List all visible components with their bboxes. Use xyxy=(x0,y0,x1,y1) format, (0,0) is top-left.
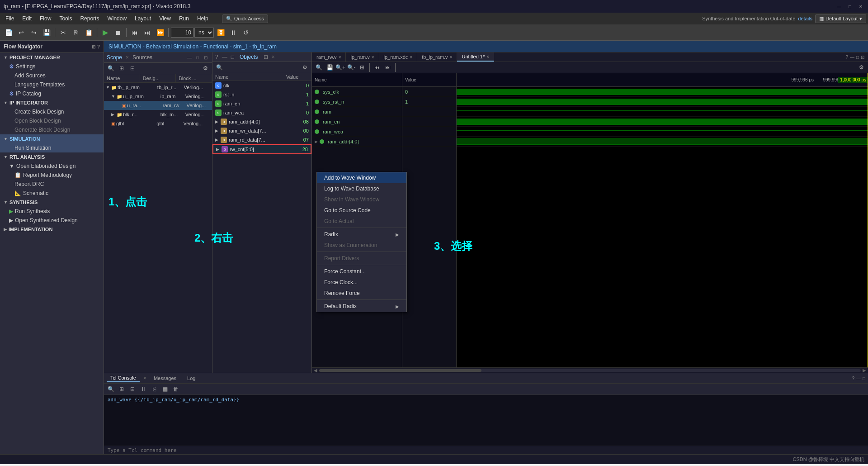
ctx-add-to-wave[interactable]: Add to Wave Window xyxy=(317,172,406,183)
scope-settings-btn[interactable]: ⚙ xyxy=(200,64,210,73)
tcl-pause-btn[interactable]: ⏸ xyxy=(138,385,148,394)
tab-xdc-close[interactable]: × xyxy=(410,55,412,60)
obj-ram-en[interactable]: s ram_en 1 xyxy=(212,99,311,108)
scope-row-tb-ip-ram[interactable]: ▼ 📁 tb_ip_ram tb_ip_r... Verilog... xyxy=(104,83,212,92)
menu-help[interactable]: Help xyxy=(193,14,212,23)
wave-name-ramen[interactable]: ram_en xyxy=(312,117,402,127)
tcl-max[interactable]: □ xyxy=(863,376,865,381)
wave-fit-btn[interactable]: ⊞ xyxy=(357,63,367,72)
wave-panel-min[interactable]: — xyxy=(850,55,854,60)
tcl-tab[interactable]: Tcl Console xyxy=(107,374,140,382)
nav-report-methodology[interactable]: 📋 Report Methodology xyxy=(0,171,104,180)
scope-row-u-ra[interactable]: ▣ u_ra... ram_rw Verilog... xyxy=(104,101,212,110)
hscroll-right[interactable]: ▶ xyxy=(863,368,866,373)
menu-run[interactable]: Run xyxy=(175,14,193,23)
scope-float-btn[interactable]: ⊡ xyxy=(202,54,209,61)
cut-btn[interactable]: ✂ xyxy=(57,27,69,38)
tcl-help[interactable]: ? xyxy=(852,376,854,381)
obj-ram-rd-data[interactable]: ▶ b ram_rd_data[7... 07 xyxy=(212,135,311,144)
nav-language-templates[interactable]: Language Templates xyxy=(0,80,104,89)
pause-btn[interactable]: ⏸ xyxy=(227,27,239,38)
ctx-go-source[interactable]: Go to Source Code xyxy=(317,205,406,216)
menu-window[interactable]: Window xyxy=(104,14,130,23)
tab-tb-close[interactable]: × xyxy=(450,55,453,60)
menu-edit[interactable]: Edit xyxy=(19,14,35,23)
scope-minimize-btn[interactable]: — xyxy=(186,54,193,61)
obj-settings-btn[interactable]: ⚙ xyxy=(300,63,310,72)
nav-open-block[interactable]: Open Block Design xyxy=(0,116,104,125)
undo-btn[interactable]: ↩ xyxy=(15,27,27,38)
wave-search-btn[interactable]: 🔍 xyxy=(314,63,324,72)
menu-flow[interactable]: Flow xyxy=(36,14,55,23)
wave-name-ram[interactable]: ram xyxy=(312,107,402,117)
simulation-header[interactable]: ▼ SIMULATION xyxy=(0,134,104,143)
wave-panel-help[interactable]: ? xyxy=(845,55,848,60)
ctx-force-const[interactable]: Force Constant... xyxy=(317,266,406,277)
nav-open-synth[interactable]: ▶ Open Synthesized Design xyxy=(0,216,104,225)
tab-xdc[interactable]: ip_ram.xdc × xyxy=(379,52,418,62)
nav-gen-block[interactable]: Generate Block Design xyxy=(0,125,104,134)
messages-tab[interactable]: Messages xyxy=(150,375,180,382)
ctx-force-clock[interactable]: Force Clock... xyxy=(317,277,406,288)
menu-tools[interactable]: Tools xyxy=(56,14,75,23)
wave-name-ramaddr[interactable]: ▶ ram_addr[4:0] xyxy=(312,137,402,147)
wave-save-btn[interactable]: 💾 xyxy=(325,63,335,72)
redo-btn[interactable]: ↪ xyxy=(28,27,40,38)
run-for-btn[interactable]: ⏬ xyxy=(215,27,226,38)
ctx-default-radix[interactable]: Default Radix ▶ xyxy=(317,301,406,312)
quick-access-bar[interactable]: 🔍 Quick Access xyxy=(222,14,268,23)
nav-create-block[interactable]: Create Block Design xyxy=(0,107,104,116)
obj-ram-addr[interactable]: ▶ b ram_addr[4:0] 08 xyxy=(212,117,311,126)
obj-ram-wea[interactable]: s ram_wea 0 xyxy=(212,108,311,117)
wave-hscroll[interactable]: ◀ ▶ xyxy=(312,367,868,373)
tab-tb[interactable]: tb_ip_ram.v × xyxy=(417,52,457,62)
copy-btn[interactable]: ⎘ xyxy=(70,27,82,38)
nav-settings[interactable]: ⚙ Settings xyxy=(0,62,104,71)
ip-integrator-header[interactable]: ▼ IP INTEGRATOR xyxy=(0,98,104,107)
wave-settings-btn[interactable]: ⚙ xyxy=(856,63,866,72)
scope-collapse-btn[interactable]: ⊟ xyxy=(127,64,137,73)
project-manager-header[interactable]: ▼ PROJECT MANAGER xyxy=(0,53,104,62)
run-btn[interactable]: ▶ xyxy=(99,27,111,38)
nav-run-synthesis[interactable]: ▶ Run Synthesis xyxy=(0,207,104,216)
tcl-clear-btn[interactable]: 🗑 xyxy=(171,385,181,394)
ctx-log-to-wave[interactable]: Log to Wave Database xyxy=(317,183,406,194)
minimize-btn[interactable]: — xyxy=(835,3,843,10)
reset-btn[interactable]: ↺ xyxy=(240,27,252,38)
log-tab[interactable]: Log xyxy=(184,375,199,382)
menu-layout[interactable]: Layout xyxy=(131,14,155,23)
step-btn[interactable]: ⏭ xyxy=(142,27,153,38)
details-link[interactable]: details xyxy=(798,16,812,21)
tab-ip-ram-close[interactable]: × xyxy=(372,55,374,60)
tcl-collapse-btn[interactable]: ⊟ xyxy=(127,385,137,394)
obj-rst-n[interactable]: s rst_n 1 xyxy=(212,90,311,99)
hscroll-track[interactable] xyxy=(319,369,861,372)
tcl-copy-btn[interactable]: ⎘ xyxy=(149,385,159,394)
wave-zoom-in-btn[interactable]: 🔍+ xyxy=(335,63,345,72)
tab-untitled[interactable]: Untitled 1* × xyxy=(457,52,494,62)
obj-help[interactable]: ? xyxy=(215,54,218,60)
tab-ip-ram[interactable]: ip_ram.v × xyxy=(346,52,379,62)
maximize-btn[interactable]: □ xyxy=(846,3,854,10)
obj-ram-wr-data[interactable]: ▶ b ram_wr_data[7... 00 xyxy=(212,126,311,135)
wave-prev-edge-btn[interactable]: ⏮ xyxy=(372,63,382,72)
tcl-grid-btn[interactable]: ▦ xyxy=(160,385,170,394)
tab-ram-rw-close[interactable]: × xyxy=(339,55,341,60)
tab-ram-rw[interactable]: ram_rw.v × xyxy=(312,52,346,62)
scope-tab[interactable]: Scope xyxy=(107,54,122,61)
nav-report-drc[interactable]: Report DRC xyxy=(0,180,104,189)
new-btn[interactable]: 📄 xyxy=(3,27,14,38)
hscroll-left[interactable]: ◀ xyxy=(314,368,317,373)
wave-zoom-out-btn[interactable]: 🔍- xyxy=(346,63,356,72)
menu-view[interactable]: View xyxy=(156,14,175,23)
scope-row-blk[interactable]: ▶ 📁 blk_r... blk_m... Verilog... xyxy=(104,110,212,119)
scope-expand-btn[interactable]: ⊞ xyxy=(117,64,127,73)
wave-next-edge-btn[interactable]: ⏭ xyxy=(383,63,393,72)
menu-reports[interactable]: Reports xyxy=(76,14,103,23)
save-btn[interactable]: 💾 xyxy=(41,27,52,38)
paste-btn[interactable]: 📋 xyxy=(83,27,94,38)
prev-btn[interactable]: ⏮ xyxy=(129,27,141,38)
ctx-radix[interactable]: Radix ▶ xyxy=(317,229,406,240)
wave-panel-max[interactable]: □ xyxy=(856,55,859,60)
time-input[interactable] xyxy=(171,28,193,38)
